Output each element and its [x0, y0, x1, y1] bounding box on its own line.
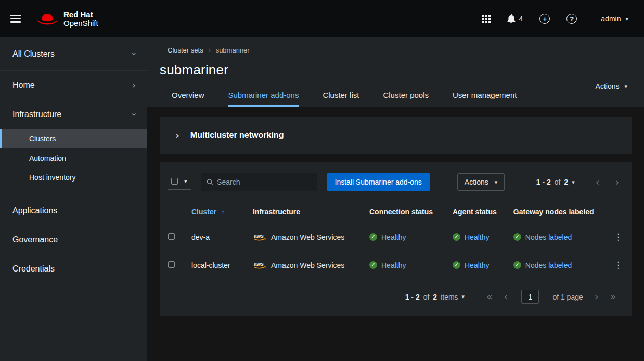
row-checkbox[interactable]	[168, 261, 175, 268]
check-circle-icon: ✓	[513, 261, 521, 269]
check-icon: ✓	[516, 235, 520, 239]
agent-status-link[interactable]: Healthy	[465, 233, 489, 241]
chevron-down-icon: ›	[130, 113, 138, 117]
sidebar-item-governance[interactable]: Governance	[0, 225, 147, 254]
caret-down-icon: ▾	[572, 179, 575, 185]
sidebar-item-label: Clusters	[29, 135, 56, 143]
multicluster-networking-expandable[interactable]: › Multicluster networking	[160, 117, 632, 154]
sidebar-item-label: Automation	[29, 154, 66, 162]
column-header-cluster[interactable]: Cluster ↑	[191, 208, 225, 216]
breadcrumb: Cluster sets › submariner	[168, 46, 632, 54]
submariner-addons-card: ▾ Install Submariner add-ons Actions ▾	[160, 162, 632, 316]
pagination-bottom: 1 - 2 of 2 items ▾ « ‹ of 1 page › »	[160, 279, 632, 316]
first-page-button[interactable]: «	[486, 292, 493, 302]
brand-red-hat: Red Hat	[63, 10, 98, 19]
check-circle-icon: ✓	[453, 261, 460, 269]
question-circle-icon: ?	[570, 15, 574, 23]
kebab-column-header	[606, 200, 632, 223]
check-icon: ✓	[455, 263, 459, 267]
sidebar-item-label: Home	[12, 81, 35, 90]
chevron-right-icon: ›	[132, 81, 136, 90]
tab-submariner-addons[interactable]: Submariner add-ons	[216, 85, 311, 107]
connection-status-link[interactable]: Healthy	[381, 233, 406, 241]
sidebar-item-label: Host inventory	[29, 173, 75, 182]
pagination-range: 1 - 2	[536, 178, 551, 186]
tab-label: Cluster list	[323, 91, 359, 99]
sidebar-item-credentials[interactable]: Credentials	[0, 254, 147, 283]
gateway-nodes-link[interactable]: Nodes labeled	[525, 233, 572, 241]
kebab-icon: ⋮	[614, 260, 623, 270]
tab-user-management[interactable]: User management	[441, 85, 529, 107]
caret-down-icon: ▾	[624, 84, 627, 89]
sidebar-item-clusters[interactable]: Clusters	[0, 129, 147, 148]
hamburger-icon[interactable]	[10, 12, 21, 25]
breadcrumb-link-cluster-sets[interactable]: Cluster sets	[168, 46, 203, 54]
app-launcher-button[interactable]	[482, 15, 491, 23]
tab-label: Submariner add-ons	[228, 91, 299, 99]
table-actions-dropdown[interactable]: Actions ▾	[457, 173, 505, 191]
red-hat-openshift-logo[interactable]: Red Hat OpenShift	[36, 10, 98, 28]
main-content: Cluster sets › submariner submariner Act…	[147, 37, 644, 361]
sidebar-item-infrastructure[interactable]: Infrastructure ›	[0, 100, 147, 129]
check-icon: ✓	[371, 263, 376, 267]
next-page-button[interactable]: ›	[595, 292, 599, 302]
page-number-input[interactable]	[521, 290, 539, 304]
agent-status-link[interactable]: Healthy	[465, 261, 489, 269]
page-actions-dropdown[interactable]: Actions ▾	[596, 82, 627, 91]
prev-page-button[interactable]: ‹	[596, 177, 600, 187]
tabs: Overview Submariner add-ons Cluster list…	[160, 85, 632, 107]
infrastructure-name: Amazon Web Services	[271, 261, 344, 269]
connection-status-link[interactable]: Healthy	[381, 261, 406, 269]
notifications-button[interactable]: 4	[507, 14, 523, 23]
column-header-gateway-nodes: Gateway nodes labeled	[505, 200, 606, 223]
check-circle-icon: ✓	[369, 261, 377, 269]
pagination-summary-top[interactable]: 1 - 2 of 2 ▾	[536, 178, 575, 186]
check-circle-icon: ✓	[513, 233, 521, 241]
prev-page-button[interactable]: ‹	[504, 292, 508, 302]
add-button[interactable]: +	[539, 14, 550, 24]
search-input[interactable]	[217, 178, 311, 186]
gateway-nodes-link[interactable]: Nodes labeled	[525, 261, 572, 269]
user-menu[interactable]: admin ▾	[601, 15, 628, 23]
column-header-infrastructure: Infrastructure	[244, 200, 361, 223]
column-label: Cluster	[191, 208, 216, 216]
table-toolbar: ▾ Install Submariner add-ons Actions ▾	[160, 162, 632, 200]
cluster-name: local-cluster	[191, 261, 230, 269]
bulk-select-dropdown[interactable]: ▾	[168, 175, 191, 190]
pagination-summary-bottom[interactable]: 1 - 2 of 2 items ▾	[405, 293, 465, 301]
red-hat-icon	[36, 11, 58, 26]
sidebar-perspective-switcher[interactable]: All Clusters ›	[0, 37, 147, 71]
breadcrumb-current: submariner	[216, 46, 250, 54]
perspective-label: All Clusters	[12, 49, 55, 59]
sidebar-item-applications[interactable]: Applications	[0, 196, 147, 225]
next-page-button[interactable]: ›	[615, 177, 619, 187]
install-submariner-button[interactable]: Install Submariner add-ons	[327, 173, 430, 191]
tab-cluster-pools[interactable]: Cluster pools	[371, 85, 441, 107]
sidebar-item-host-inventory[interactable]: Host inventory	[0, 167, 147, 187]
sidebar-item-home[interactable]: Home ›	[0, 71, 147, 100]
search-box	[201, 173, 317, 191]
cluster-name: dev-a	[191, 233, 210, 241]
actions-label: Actions	[465, 178, 488, 186]
svg-text:aws: aws	[254, 233, 264, 239]
notification-count: 4	[519, 15, 523, 23]
username: admin	[601, 15, 621, 23]
actions-label: Actions	[596, 82, 620, 91]
help-button[interactable]: ?	[566, 14, 577, 24]
sidebar-item-label: Applications	[12, 206, 57, 215]
last-page-button[interactable]: »	[610, 292, 616, 302]
search-icon	[207, 178, 213, 186]
row-checkbox[interactable]	[168, 233, 175, 240]
content-area: › Multicluster networking ▾	[147, 107, 644, 361]
infrastructure-submenu: Clusters Automation Host inventory	[0, 129, 147, 187]
tab-cluster-list[interactable]: Cluster list	[311, 85, 371, 107]
tab-overview[interactable]: Overview	[160, 85, 216, 107]
select-all-checkbox[interactable]	[171, 178, 178, 185]
row-kebab-button[interactable]: ⋮	[614, 260, 623, 270]
tab-label: Overview	[172, 91, 204, 99]
sidebar-item-label: Credentials	[12, 264, 55, 274]
table-row: local-cluster aws Amazon Web Services	[160, 251, 632, 279]
row-kebab-button[interactable]: ⋮	[614, 232, 623, 242]
sidebar-item-automation[interactable]: Automation	[0, 148, 147, 167]
pagination-items-label: items	[441, 293, 458, 301]
